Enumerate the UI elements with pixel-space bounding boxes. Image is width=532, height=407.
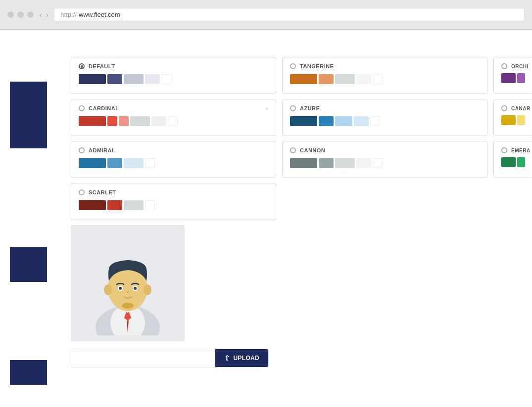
swatches-cardinal xyxy=(79,116,268,126)
swatch xyxy=(79,74,106,84)
swatch xyxy=(501,115,516,125)
theme-card-azure[interactable]: AZURE xyxy=(282,99,487,136)
right-column: ORCHI CANAR xyxy=(493,57,532,220)
sidebar-block-mid xyxy=(10,247,47,282)
radio-orchid[interactable] xyxy=(501,63,507,69)
theme-card-canary[interactable]: CANAR xyxy=(493,99,532,136)
swatch xyxy=(145,74,160,84)
swatches-orchid xyxy=(501,73,525,83)
radio-azure[interactable] xyxy=(290,105,296,111)
swatch xyxy=(335,158,355,168)
swatch xyxy=(79,158,106,168)
theme-label-default: DEFAULT xyxy=(79,63,268,69)
swatch xyxy=(354,116,369,126)
svg-point-14 xyxy=(134,287,137,290)
theme-card-admiral[interactable]: ADMIRAL xyxy=(71,141,276,178)
svg-point-13 xyxy=(119,287,122,290)
swatch xyxy=(373,158,383,168)
theme-label-canary: CANAR xyxy=(501,105,525,111)
upload-filename-display xyxy=(71,349,215,367)
browser-chrome: ‹ › http:// www.fleet.com xyxy=(0,0,532,30)
theme-card-cardinal[interactable]: CARDINAL ● xyxy=(71,99,276,136)
swatch xyxy=(151,116,166,126)
theme-label-emerald: EMERA xyxy=(501,147,525,153)
swatch xyxy=(319,74,334,84)
back-button[interactable]: ‹ xyxy=(40,11,42,19)
theme-card-scarlet[interactable]: SCARLET xyxy=(71,183,276,220)
radio-canary[interactable] xyxy=(501,105,507,111)
browser-dots xyxy=(7,11,34,18)
theme-label-admiral: ADMIRAL xyxy=(79,147,268,153)
middle-column: TANGERINE AZURE xyxy=(282,57,487,220)
swatch xyxy=(79,200,106,210)
theme-label-cardinal: CARDINAL ● xyxy=(79,105,268,111)
radio-cardinal[interactable] xyxy=(79,105,85,111)
swatch xyxy=(161,74,171,84)
swatch xyxy=(124,158,144,168)
avatar-section: ⇧ UPLOAD xyxy=(71,225,532,367)
swatch xyxy=(168,116,178,126)
theme-label-azure: AZURE xyxy=(290,105,480,111)
theme-label-scarlet: SCARLET xyxy=(79,189,268,195)
browser-dot-2 xyxy=(17,11,24,18)
swatches-default xyxy=(79,74,268,84)
swatch xyxy=(373,74,383,84)
avatar-svg xyxy=(83,231,172,335)
radio-emerald[interactable] xyxy=(501,147,507,153)
radio-tangerine[interactable] xyxy=(290,63,296,69)
avatar-container xyxy=(71,225,185,341)
swatch xyxy=(517,73,525,83)
content-area: DEFAULT CARDINAL ● xyxy=(56,30,532,407)
sidebar xyxy=(0,30,56,407)
browser-nav[interactable]: ‹ › xyxy=(40,11,48,19)
upload-icon: ⇧ xyxy=(224,354,230,362)
swatch xyxy=(335,74,355,84)
swatches-scarlet xyxy=(79,200,268,210)
swatch xyxy=(107,116,117,126)
swatch xyxy=(119,116,129,126)
swatches-cannon xyxy=(290,158,480,168)
upload-button[interactable]: ⇧ UPLOAD xyxy=(215,349,268,367)
swatch xyxy=(501,73,516,83)
swatches-admiral xyxy=(79,158,268,168)
swatch xyxy=(145,200,155,210)
theme-card-cannon[interactable]: CANNON xyxy=(282,141,487,178)
swatch xyxy=(319,116,334,126)
theme-label-orchid: ORCHI xyxy=(501,63,525,69)
swatches-tangerine xyxy=(290,74,480,84)
swatches-canary xyxy=(501,115,525,125)
swatches-azure xyxy=(290,116,480,126)
theme-label-tangerine: TANGERINE xyxy=(290,63,480,69)
theme-label-cannon: CANNON xyxy=(290,147,480,153)
swatch xyxy=(107,74,122,84)
theme-card-orchid[interactable]: ORCHI xyxy=(493,57,532,94)
address-bar[interactable]: http:// www.fleet.com xyxy=(54,8,525,21)
swatch xyxy=(130,116,150,126)
swatch xyxy=(517,115,525,125)
url-domain: www.fleet.com xyxy=(79,11,120,18)
swatch xyxy=(145,158,155,168)
swatch xyxy=(124,74,144,84)
swatch xyxy=(124,200,144,210)
radio-admiral[interactable] xyxy=(79,147,85,153)
theme-card-default[interactable]: DEFAULT xyxy=(71,57,276,94)
swatch xyxy=(370,116,380,126)
radio-default[interactable] xyxy=(79,63,85,69)
svg-point-10 xyxy=(144,284,151,295)
theme-card-emerald[interactable]: EMERA xyxy=(493,141,532,178)
radio-scarlet[interactable] xyxy=(79,189,85,195)
swatch xyxy=(335,116,352,126)
swatch xyxy=(290,116,317,126)
forward-button[interactable]: › xyxy=(46,11,48,19)
main-area: DEFAULT CARDINAL ● xyxy=(0,30,532,407)
url-prefix: http:// xyxy=(60,11,77,18)
browser-dot-3 xyxy=(27,11,34,18)
swatch xyxy=(290,74,317,84)
browser-dot-1 xyxy=(7,11,14,18)
sidebar-block-bot xyxy=(10,360,47,385)
swatch xyxy=(290,158,317,168)
swatch xyxy=(107,158,122,168)
radio-cannon[interactable] xyxy=(290,147,296,153)
theme-card-tangerine[interactable]: TANGERINE xyxy=(282,57,487,94)
swatches-emerald xyxy=(501,157,525,167)
